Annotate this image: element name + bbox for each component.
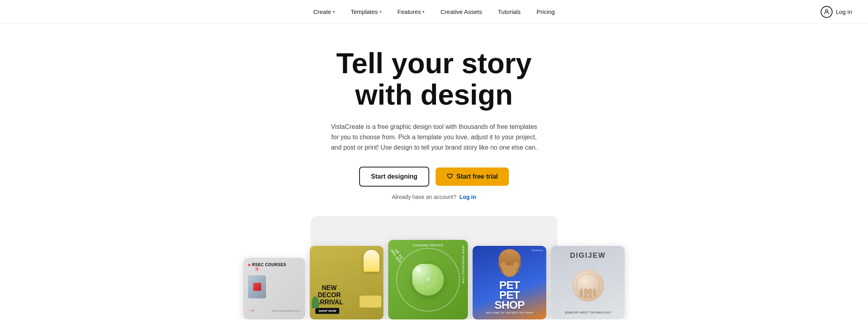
card-decor-title: NEW DECOR ARRIVAL <box>315 284 343 306</box>
user-avatar-icon <box>821 6 833 18</box>
list-item[interactable]: UP TO20% OFF www.namehere.com CLEANING S… <box>388 240 468 319</box>
card-petshop-content: @petShop PET PET <box>473 246 546 319</box>
chevron-down-icon: ▾ <box>422 10 424 14</box>
card-petshop-subtitle: WELCOME TO THE BEST PET SHOP <box>486 312 533 314</box>
nav-features-label: Features <box>397 8 421 15</box>
account-text: Already have an account? Log in <box>392 194 476 200</box>
navbar: Create ▾ Templates ▾ Features ▾ Creative… <box>0 0 868 24</box>
card-rsec-url: www.companyname.com <box>272 310 300 312</box>
shield-icon: 🛡 <box>447 173 453 180</box>
card-cleaning-url: www.namehere.com <box>462 245 465 284</box>
login-button[interactable]: Log in <box>821 6 852 18</box>
start-trial-button[interactable]: 🛡 Start free trial <box>436 167 509 186</box>
list-item[interactable]: DIGIJEW <box>551 246 625 319</box>
sponge-image <box>412 264 444 296</box>
sofa-decoration <box>360 296 381 308</box>
nav-item-templates[interactable]: Templates ▾ <box>351 8 381 15</box>
nav-create-label: Create <box>313 8 331 15</box>
card-digijew-title: DIGIJEW <box>570 251 606 260</box>
card-rsec-content: RSEC COURSES ✳ → www.companyname.com <box>243 258 305 319</box>
plant-decoration <box>312 296 319 308</box>
dog-image <box>495 249 524 283</box>
card-digijew-subtitle: JEWELRY MEET TECHNOLOGY <box>565 311 612 314</box>
hero-section: Tell your story with design VistaCreate … <box>0 24 868 216</box>
lamp-decoration <box>364 250 379 272</box>
nav-tutorials-label: Tutorials <box>498 8 521 15</box>
hero-buttons: Start designing 🛡 Start free trial <box>359 167 509 187</box>
chevron-down-icon: ▾ <box>379 10 381 14</box>
nav-templates-label: Templates <box>351 8 378 15</box>
cards-section: RSEC COURSES ✳ → www.companyname.com <box>0 216 868 319</box>
list-item[interactable]: RSEC COURSES ✳ → www.companyname.com <box>243 258 305 319</box>
cards-row: RSEC COURSES ✳ → www.companyname.com <box>243 240 625 319</box>
card-cleaning-content: UP TO20% OFF www.namehere.com CLEANING S… <box>388 240 468 319</box>
nav-item-creative-assets[interactable]: Creative Assets <box>440 8 482 15</box>
svg-point-0 <box>825 10 828 12</box>
nav-item-tutorials[interactable]: Tutorials <box>498 8 521 15</box>
hero-subtitle: VistaCreate is a free graphic design too… <box>330 122 538 152</box>
nav-pricing-label: Pricing <box>536 8 555 15</box>
chevron-down-icon: ▾ <box>333 10 335 14</box>
card-petshop-handle: @petShop <box>531 249 543 251</box>
nav-center: Create ▾ Templates ▾ Features ▾ Creative… <box>313 8 555 15</box>
card-cleaning-percent: UP TO20% OFF <box>390 247 405 264</box>
nav-item-create[interactable]: Create ▾ <box>313 8 335 15</box>
card-cleaning-service-label: CLEANING SERVICE <box>412 244 443 247</box>
nav-item-pricing[interactable]: Pricing <box>536 8 555 15</box>
card-decor-shop-btn: SHOP NOW <box>315 308 339 314</box>
nav-item-features[interactable]: Features ▾ <box>397 8 424 15</box>
card-digijew-content: DIGIJEW <box>551 246 625 319</box>
list-item[interactable]: @petShop PET PET <box>473 246 546 319</box>
nav-creative-assets-label: Creative Assets <box>440 8 482 15</box>
hero-title: Tell your story with design <box>336 48 532 111</box>
star-decoration: ✳ <box>254 265 260 273</box>
arrow-icon: → <box>248 306 255 315</box>
card-petshop-title: PET PET SHOP <box>495 280 524 310</box>
list-item[interactable]: NEW DECOR ARRIVAL SHOP NOW <box>310 246 383 319</box>
hand-image <box>572 270 604 302</box>
login-label: Log in <box>836 8 852 15</box>
hero-login-link[interactable]: Log in <box>459 194 476 200</box>
start-designing-button[interactable]: Start designing <box>359 167 429 187</box>
card-decor-content: NEW DECOR ARRIVAL SHOP NOW <box>310 246 383 319</box>
